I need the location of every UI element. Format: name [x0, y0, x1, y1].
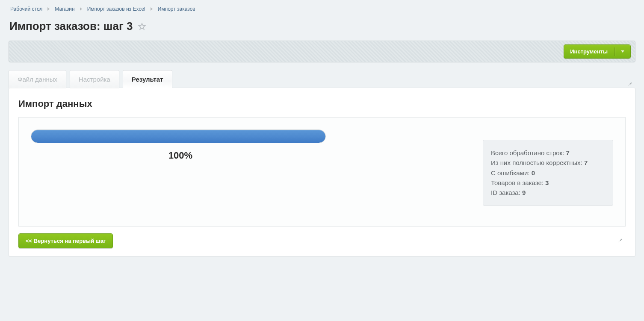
stat-order-id-label: ID заказа:	[491, 189, 520, 196]
breadcrumb-item-import-excel[interactable]: Импорт заказов из Excel	[87, 6, 145, 12]
favorite-star-icon[interactable]	[138, 23, 146, 30]
tabs: Файл данных Настройка Результат	[9, 70, 172, 88]
stat-fully-correct: Из них полностью корректных: 7	[491, 158, 605, 168]
import-stats: Всего обработано строк: 7 Из них полност…	[483, 140, 613, 206]
chevron-right-icon	[47, 7, 50, 11]
stat-rows-processed-value: 7	[566, 149, 570, 156]
back-to-first-step-button[interactable]: << Вернуться на первый шаг	[18, 233, 113, 248]
stat-with-errors-value: 0	[532, 169, 535, 177]
progress-bar-fill	[31, 130, 325, 143]
stat-with-errors-label: С ошибками:	[491, 169, 529, 177]
tools-button[interactable]: Инструменты	[564, 44, 631, 59]
button-divider	[614, 47, 615, 56]
chevron-right-icon	[151, 7, 153, 11]
pin-icon[interactable]	[617, 237, 626, 244]
progress-bar-track	[31, 130, 326, 143]
svg-marker-0	[139, 23, 145, 29]
stat-items-in-order-value: 3	[545, 179, 549, 186]
result-panel: Импорт данных 100% Всего обработано стро…	[9, 88, 635, 256]
back-button-label: << Вернуться на первый шаг	[26, 238, 106, 244]
page-title: Импорт заказов: шаг 3	[9, 20, 133, 33]
stat-order-id: ID заказа: 9	[491, 188, 605, 197]
section-title: Импорт данных	[18, 98, 626, 109]
breadcrumb-item-shop[interactable]: Магазин	[55, 6, 74, 12]
pin-icon[interactable]	[627, 81, 635, 88]
chevron-right-icon	[80, 7, 82, 11]
chevron-down-icon	[621, 50, 624, 53]
breadcrumb-item-import-orders[interactable]: Импорт заказов	[158, 6, 195, 12]
breadcrumb-item-desktop[interactable]: Рабочий стол	[10, 6, 42, 12]
stat-fully-correct-value: 7	[584, 159, 588, 166]
stat-with-errors: С ошибками: 0	[491, 168, 605, 178]
stat-fully-correct-label: Из них полностью корректных:	[491, 159, 582, 166]
tab-settings[interactable]: Настройка	[70, 70, 119, 88]
stat-order-id-value: 9	[522, 189, 526, 196]
result-box: 100% Всего обработано строк: 7 Из них по…	[18, 117, 626, 227]
breadcrumb: Рабочий стол Магазин Импорт заказов из E…	[9, 5, 635, 20]
stat-items-in-order: Товаров в заказе: 3	[491, 178, 605, 188]
stat-items-in-order-label: Товаров в заказе:	[491, 179, 544, 186]
stat-rows-processed-label: Всего обработано строк:	[491, 149, 564, 156]
tab-file-data[interactable]: Файл данных	[9, 70, 66, 88]
stat-rows-processed: Всего обработано строк: 7	[491, 148, 605, 158]
tab-result[interactable]: Результат	[123, 70, 172, 88]
tools-button-label: Инструменты	[570, 48, 608, 55]
progress-percent: 100%	[31, 150, 330, 161]
toolbar: Инструменты	[9, 41, 635, 62]
